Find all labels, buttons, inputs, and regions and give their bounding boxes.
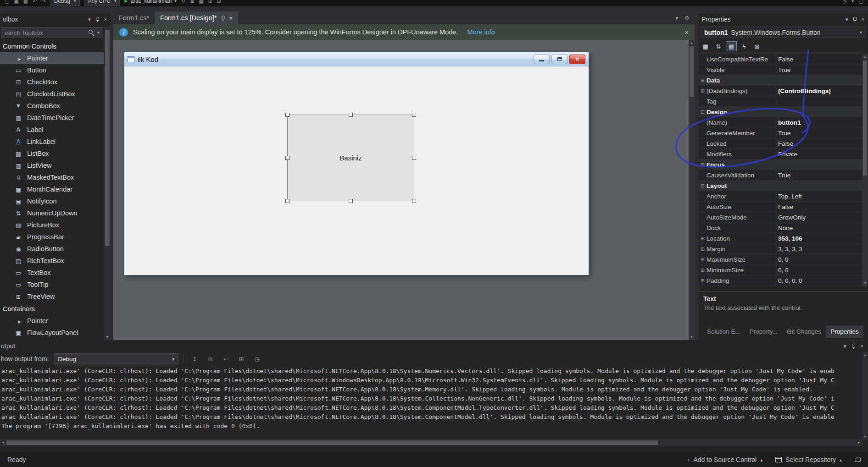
resize-handle[interactable] [285,156,289,160]
scroll-down-arrow[interactable] [104,334,111,340]
property-category-design[interactable]: ⊟Design [699,107,862,117]
resize-handle[interactable] [285,199,289,203]
refresh-icon[interactable]: ↻ [181,0,185,4]
autoscroll-icon[interactable]: ↧ [189,356,200,363]
more-info-link[interactable]: More info [467,28,495,36]
property-category-focus[interactable]: ⊟Focus [699,159,862,170]
redo-icon[interactable]: ↷ [41,0,45,4]
toolbox-item-picturebox[interactable]: ▨PictureBox [0,219,104,231]
property-row-tag[interactable]: Tag [699,96,862,107]
close-icon[interactable] [861,343,863,349]
expand-all-icon[interactable]: ⊞ [208,0,212,4]
caret-down-icon[interactable] [844,343,846,349]
scroll-down-arrow[interactable] [862,434,868,440]
scroll-right-arrow[interactable] [856,440,862,446]
scroll-down-arrow[interactable] [862,280,868,286]
close-icon[interactable] [229,15,233,22]
search-icon[interactable] [88,29,95,36]
grid-icon[interactable]: ▦ [199,0,203,4]
output-source-dropdown[interactable]: Debug [54,353,178,364]
panel-tab-solution-e[interactable]: Solution E... [702,325,745,338]
property-row-anchor[interactable]: AnchorTop, Left [699,191,862,202]
form-client-area[interactable]: Basiniz [124,66,589,275]
feedback-icon[interactable]: ▢ [859,0,863,4]
save-icon[interactable]: ▣ [14,0,18,4]
scroll-up-arrow[interactable] [862,54,868,60]
output-horizontal-scrollbar[interactable] [0,440,862,446]
properties-icon[interactable]: ▤ [726,41,737,51]
toolbox-item-button[interactable]: ▭Button [0,64,104,76]
clear-all-icon[interactable]: ⊘ [205,356,216,363]
notifications-bell-icon[interactable] [855,457,861,462]
scroll-down-arrow[interactable] [689,334,695,340]
property-row-name[interactable]: (Name)button1 [699,117,862,128]
save-all-icon[interactable]: ▦ [23,0,28,4]
solution-platforms-dropdown[interactable]: Any CPU [84,0,120,6]
expand-icon[interactable]: ⊞ [236,356,247,363]
designed-button[interactable]: Basiniz [287,115,414,201]
solution-configurations-dropdown[interactable]: Debug [50,0,80,6]
property-row-usecompatibletextre[interactable]: UseCompatibleTextReFalse [699,54,862,65]
property-category-data[interactable]: ⊟Data [699,75,862,86]
word-wrap-icon[interactable]: ↩ [220,356,231,363]
resize-handle[interactable] [349,199,353,203]
property-row-databindings[interactable]: ⊞(DataBindings)(ControlBindings) [699,86,862,96]
caret-down-icon[interactable] [97,30,100,35]
toolbox-search-input[interactable]: earch Toolbox [1,27,103,38]
scroll-left-arrow[interactable] [0,440,6,446]
toolbox-item-label[interactable]: ALabel [0,124,104,136]
property-row-locked[interactable]: LockedFalse [699,138,862,149]
caret-down-icon[interactable] [88,16,91,22]
toolbox-scrollbar[interactable] [104,27,111,340]
scroll-up-arrow[interactable] [862,352,868,358]
scrollbar-thumb[interactable] [863,61,867,176]
resize-handle[interactable] [349,113,353,117]
categorized-icon[interactable]: ▦ [700,41,711,51]
panel-tab-git-changes[interactable]: Git Changes [782,325,826,338]
designer-vertical-scrollbar[interactable] [689,40,695,340]
property-category-layout[interactable]: ⊟Layout [699,181,862,191]
property-row-modifiers[interactable]: ModifiersPrivate [699,149,862,159]
collapse-all-icon[interactable]: ⊟ [217,0,221,4]
toolbox-item-notifyicon[interactable]: ▣NotifyIcon [0,195,104,207]
toolbox-item-listview[interactable]: ▥ListView [0,159,104,171]
select-repository-button[interactable]: Select Repository [775,456,842,463]
resize-handle[interactable] [412,156,416,160]
toolbox-item-pointer[interactable]: ▲Pointer [0,315,104,327]
close-icon[interactable] [684,28,689,36]
scrollbar-thumb[interactable] [690,46,694,97]
scroll-up-arrow[interactable] [689,40,695,46]
property-row-autosizemode[interactable]: AutoSizeModeGrowOnly [699,212,862,223]
panel-tab-property[interactable]: Property... [745,325,782,338]
designer-canvas[interactable]: ilk Kod Basiniz [113,40,689,340]
toolbox-item-checkedlistbox[interactable]: ▤CheckedListBox [0,88,104,100]
toolbox-item-linklabel[interactable]: ALinkLabel [0,136,104,148]
alphabetical-icon[interactable]: ⇅ [713,41,724,51]
time-icon[interactable]: ◷ [251,356,262,363]
toolbox-item-listbox[interactable]: ▤ListBox [0,148,104,159]
tab-form1-cs[interactable]: Form1.cs* [113,11,155,24]
toolbox-item-treeview[interactable]: ⊞TreeView [0,291,104,302]
property-row-minimumsize[interactable]: ⊞MinimumSize0, 0 [699,265,862,275]
editor-options-icon[interactable]: ⚙ [684,15,689,21]
toolbox-item-combobox[interactable]: ▼ComboBox [0,100,104,112]
close-icon[interactable] [862,16,864,22]
property-row-margin[interactable]: ⊞Margin3, 3, 3, 3 [699,244,862,254]
console[interactable]: arac_kullanimlari.exe' (CoreCLR: clrhost… [1,367,861,435]
window-icon[interactable]: ▢ [5,0,9,4]
pin-icon[interactable] [852,16,857,22]
toolbox-section-containers[interactable]: Containers [0,302,104,315]
pin-icon[interactable] [95,16,100,22]
toolbox-item-numericupdown[interactable]: ⇅NumericUpDown [0,207,104,219]
property-row-padding[interactable]: ⊞Padding0, 0, 0, 0 [699,275,862,286]
toolbox-item-datetimepicker[interactable]: ▦DateTimePicker [0,112,104,124]
events-icon[interactable]: ϟ [739,41,750,51]
design-form-window[interactable]: ilk Kod Basiniz [124,52,589,275]
start-debugging-button[interactable]: arac_kullanimlari [124,0,177,4]
toolbox-item-textbox[interactable]: ▭TextBox [0,267,104,279]
toolbox-item-flowlayoutpanel[interactable]: ▣FlowLayoutPanel [0,327,104,339]
toolbox-item-maskedtextbox[interactable]: (.)MaskedTextBox [0,171,104,183]
copilot-icon[interactable]: ◎ [842,0,847,4]
toolbox-item-checkbox[interactable]: ☑CheckBox [0,76,104,88]
undo-icon[interactable]: ↶ [33,0,37,4]
